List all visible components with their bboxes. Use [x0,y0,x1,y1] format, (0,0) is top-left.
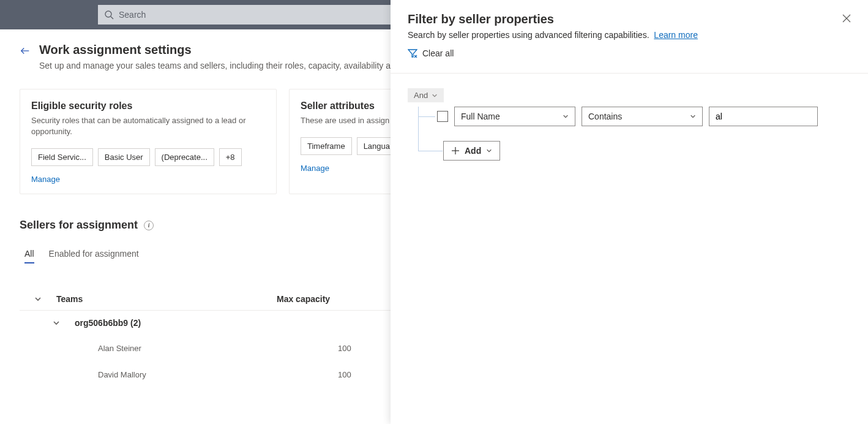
chip-attr[interactable]: Timeframe [301,137,352,155]
tree-line [418,107,419,151]
chevron-down-icon [34,295,42,303]
chevron-down-icon [53,319,60,327]
arrow-left-icon [20,45,31,56]
condition-field-label: Full Name [461,112,500,121]
add-label: Add [465,146,481,156]
condition-value-input[interactable] [709,107,818,126]
card-eligible-roles: Eligible security roles Security roles t… [20,89,277,194]
svg-point-0 [105,11,111,17]
seller-name: Alan Steiner [98,344,277,353]
card-roles-title: Eligible security roles [31,100,265,112]
global-search-placeholder: Search [119,10,146,20]
chevron-down-icon [563,113,569,119]
condition-operator-label: Contains [588,112,622,121]
chevron-down-icon [486,148,492,154]
tab-all[interactable]: All [24,249,34,263]
group-toggle[interactable] [38,319,75,327]
info-icon[interactable]: i [144,221,154,230]
global-search[interactable]: Search [98,5,392,25]
condition-field-select[interactable]: Full Name [454,107,575,126]
tree-line [418,116,435,117]
chevron-down-icon [690,113,696,119]
chevron-down-icon [432,93,438,99]
group-name[interactable]: org506b6bb9 (2) [75,318,141,328]
col-teams[interactable]: Teams [56,294,277,304]
condition-operator-select[interactable]: Contains [582,107,703,126]
plus-icon [451,146,460,155]
condition-checkbox[interactable] [437,111,448,122]
add-condition-button[interactable]: Add [443,141,500,161]
expand-all-toggle[interactable] [20,295,56,303]
svg-line-1 [111,17,113,19]
learn-more-link[interactable]: Learn more [654,30,698,40]
seller-capacity: 100 [277,370,399,379]
page-subtitle: Set up and manage your sales teams and s… [39,61,391,70]
back-button[interactable] [20,43,31,59]
filter-clear-icon [408,48,417,58]
chip-role[interactable]: Basic User [98,148,150,166]
tab-enabled[interactable]: Enabled for assignment [49,249,139,263]
group-operator-label: And [414,91,428,100]
manage-roles-link[interactable]: Manage [31,175,265,184]
group-operator[interactable]: And [408,88,444,102]
clear-all-button[interactable]: Clear all [408,48,851,67]
col-max-capacity[interactable]: Max capacity [277,294,399,304]
tree-line [418,151,443,151]
chip-role[interactable]: (Deprecate... [155,148,214,166]
panel-title: Filter by seller properties [408,12,554,26]
chip-role-more[interactable]: +8 [219,148,242,166]
seller-capacity: 100 [277,344,399,353]
filter-panel: Filter by seller properties Search by se… [391,0,868,424]
close-button[interactable] [842,14,851,25]
condition-row: Full Name Contains [437,107,824,126]
seller-name: David Mallory [98,370,277,379]
panel-subtitle: Search by seller properties using advanc… [408,30,649,40]
chip-role[interactable]: Field Servic... [31,148,93,166]
sellers-title: Sellers for assignment [20,219,138,232]
card-roles-subtitle: Security roles that can be automatically… [31,115,265,137]
page-title: Work assignment settings [39,43,391,57]
close-icon [842,14,851,23]
search-icon [104,10,114,20]
clear-all-label: Clear all [422,48,454,58]
